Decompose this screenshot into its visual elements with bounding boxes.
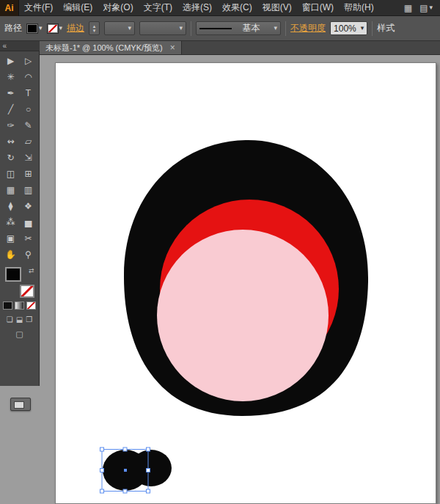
fill-color-control[interactable]: ▾ — [26, 23, 43, 34]
mesh-tool[interactable]: ▦ — [2, 182, 20, 198]
slice-tool[interactable]: ✂ — [20, 230, 37, 246]
swap-fill-stroke-icon[interactable]: ⇄ — [29, 267, 34, 274]
separator — [372, 21, 373, 36]
paintbrush-tool[interactable]: ✑ — [2, 117, 20, 134]
fill-swatch[interactable] — [5, 267, 21, 282]
gradient-tool[interactable]: ▥ — [20, 182, 37, 198]
menu-object[interactable]: 对象(O) — [98, 0, 138, 16]
chevron-down-icon: ▾ — [429, 4, 433, 11]
menu-effect[interactable]: 效果(C) — [217, 0, 257, 16]
menu-select[interactable]: 选择(S) — [177, 0, 217, 16]
column-graph-tool[interactable]: ▅ — [20, 214, 37, 230]
tools-panel: « ▶ ▷ ✳ ◠ ✒ T ╱ ○ ✑ ✎ ↭ ▱ ↻ ⇲ ◫ ⊞ ▦ ▥ ⧫ … — [0, 41, 40, 386]
fill-swatch-icon — [26, 23, 38, 34]
menu-type[interactable]: 文字(T) — [139, 0, 177, 16]
menu-window[interactable]: 窗口(W) — [297, 0, 339, 16]
symbol-sprayer-tool[interactable]: ⁂ — [2, 214, 20, 230]
menu-view[interactable]: 视图(V) — [257, 0, 297, 16]
scale-tool[interactable]: ⇲ — [20, 150, 37, 166]
gradient-button[interactable] — [15, 302, 24, 310]
free-transform-tool[interactable]: ▱ — [20, 134, 37, 150]
stepper-down-icon: ▾ — [93, 29, 96, 33]
type-tool[interactable]: T — [20, 85, 37, 101]
chevron-down-icon: ▾ — [180, 25, 183, 32]
collapsed-panel-icon[interactable] — [10, 398, 31, 411]
separator — [191, 21, 191, 36]
opacity-value: 100% — [334, 23, 356, 34]
direct-selection-tool[interactable]: ▷ — [20, 53, 37, 69]
stroke-swatch[interactable] — [20, 285, 34, 298]
app-grid-icon[interactable]: ▦ — [404, 3, 412, 13]
control-bar: 路径 ▾ ▾ 描边 ▴ ▾ ▾ ▾ 基本 ▾ 不透明度 100% ▾ 样式 — [0, 16, 440, 41]
brush-definition-dropdown[interactable]: 基本 ▾ — [196, 21, 281, 35]
stroke-color-control[interactable]: ▾ — [47, 23, 63, 34]
brush-name: 基本 — [243, 22, 260, 34]
width-profile-dropdown[interactable]: ▾ — [139, 21, 186, 35]
document-tab[interactable]: 未标题-1* @ 100% (CMYK/预览) × — [40, 40, 182, 54]
eyedropper-tool[interactable]: ⧫ — [2, 198, 20, 214]
workspace-switcher-icon[interactable]: ▤ ▾ — [419, 3, 433, 13]
selection-center-anchor — [124, 469, 127, 472]
close-icon[interactable]: × — [170, 43, 175, 53]
draw-normal-icon[interactable]: ❏ — [7, 315, 13, 324]
hand-tool[interactable]: ✋ — [2, 246, 20, 263]
perspective-grid-tool[interactable]: ⊞ — [20, 166, 37, 182]
blend-tool[interactable]: ❖ — [20, 198, 37, 214]
draw-behind-icon[interactable]: ⬓ — [16, 315, 23, 324]
color-button[interactable] — [3, 302, 12, 310]
rotate-tool[interactable]: ↻ — [2, 150, 20, 166]
artboard[interactable] — [55, 62, 436, 504]
magic-wand-tool[interactable]: ✳ — [2, 69, 20, 85]
opacity-panel-link[interactable]: 不透明度 — [290, 22, 326, 34]
menu-file[interactable]: 文件(F) — [19, 0, 58, 16]
separator — [285, 21, 286, 36]
none-button[interactable] — [26, 302, 36, 310]
brush-stroke-preview-icon — [199, 28, 232, 29]
shape-builder-tool[interactable]: ◫ — [2, 166, 20, 182]
chevron-down-icon: ▾ — [39, 25, 43, 32]
lasso-tool[interactable]: ◠ — [20, 69, 37, 85]
draw-inside-icon[interactable]: ❐ — [26, 315, 32, 324]
ellipse-tool[interactable]: ○ — [20, 101, 37, 117]
artwork-layer — [56, 63, 437, 504]
document-title: 未标题-1* @ 100% (CMYK/预览) — [45, 43, 163, 54]
stroke-none-swatch-icon — [47, 23, 59, 34]
style-label[interactable]: 样式 — [377, 22, 395, 34]
stroke-weight-dropdown[interactable]: ▾ — [104, 21, 135, 35]
pencil-tool[interactable]: ✎ — [20, 117, 37, 134]
chevron-down-icon: ▾ — [59, 25, 63, 32]
artboard-tool[interactable]: ▣ — [2, 230, 20, 246]
canvas-area[interactable] — [40, 55, 440, 504]
drawing-modes-row: ❏ ⬓ ❐ — [7, 315, 32, 324]
document-tab-bar: 未标题-1* @ 100% (CMYK/预览) × — [40, 41, 440, 55]
stroke-weight-stepper[interactable]: ▴ ▾ — [89, 21, 100, 35]
app-logo: Ai — [0, 0, 19, 16]
width-tool[interactable]: ↭ — [2, 134, 20, 150]
workspace-icon: ▤ — [419, 3, 428, 13]
menu-edit[interactable]: 编辑(E) — [58, 0, 98, 16]
screen-mode-button[interactable]: ▢ — [15, 329, 23, 339]
pink-circle-shape[interactable] — [157, 230, 329, 401]
color-mode-row — [3, 302, 36, 310]
zoom-tool[interactable]: ⚲ — [20, 246, 37, 263]
chevron-down-icon: ▾ — [274, 25, 278, 32]
toolbar-collapse-button[interactable]: « — [0, 41, 40, 51]
fill-stroke-indicator: ⇄ — [5, 267, 34, 298]
tools-grid: ▶ ▷ ✳ ◠ ✒ T ╱ ○ ✑ ✎ ↭ ▱ ↻ ⇲ ◫ ⊞ ▦ ▥ ⧫ ❖ … — [2, 53, 37, 263]
menu-help[interactable]: 帮助(H) — [339, 0, 379, 16]
chevron-down-icon: ▾ — [361, 25, 364, 32]
chevron-down-icon: ▾ — [128, 25, 132, 32]
line-segment-tool[interactable]: ╱ — [2, 101, 20, 117]
pen-tool[interactable]: ✒ — [2, 85, 20, 101]
stroke-panel-link[interactable]: 描边 — [67, 22, 84, 34]
menu-bar: Ai 文件(F) 编辑(E) 对象(O) 文字(T) 选择(S) 效果(C) 视… — [0, 0, 440, 16]
opacity-combo[interactable]: 100% ▾ — [330, 21, 367, 35]
context-label: 路径 — [4, 22, 22, 34]
selection-tool[interactable]: ▶ — [2, 53, 20, 69]
